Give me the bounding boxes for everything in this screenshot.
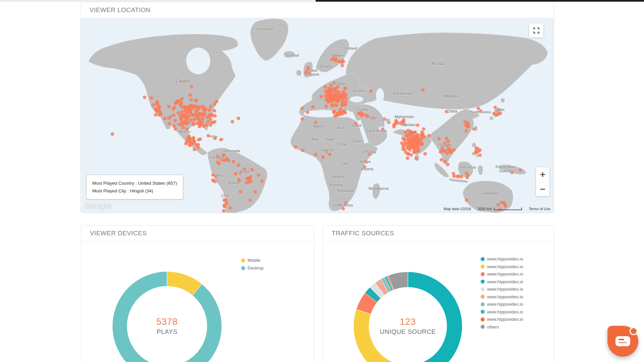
viewer-dot xyxy=(416,133,419,136)
chat-widget-button[interactable] xyxy=(607,326,638,357)
legend-item[interactable]: Mobile xyxy=(241,258,264,263)
viewer-dot xyxy=(477,107,480,110)
viewer-dot xyxy=(444,144,448,147)
viewer-dot xyxy=(361,113,364,116)
chat-notification-badge xyxy=(630,327,638,335)
viewer-dot xyxy=(174,127,177,131)
legend-color-dot xyxy=(481,280,485,284)
viewer-dot xyxy=(422,135,425,139)
viewer-dot xyxy=(497,203,500,206)
viewer-dot xyxy=(179,118,183,121)
viewer-dot xyxy=(364,160,368,163)
viewer-dot xyxy=(227,159,230,162)
world-map[interactable]: GreenlandIcelandFinlandSwedenNorwayRussi… xyxy=(81,18,554,213)
legend-item[interactable]: www.hippovideo.io xyxy=(481,256,523,261)
map-scale-label: 2000 km xyxy=(478,207,492,211)
viewer-dot xyxy=(406,157,409,160)
viewer-dot xyxy=(327,98,330,101)
viewer-dot xyxy=(326,92,329,96)
legend-item[interactable]: www.hippovideo.io xyxy=(481,287,523,292)
viewer-dot xyxy=(311,105,315,109)
viewer-dot xyxy=(173,119,177,122)
viewer-dot xyxy=(415,149,419,153)
viewer-dot xyxy=(222,203,226,207)
viewer-dot xyxy=(190,118,193,122)
chat-bubble-icon xyxy=(615,336,630,346)
viewer-dot xyxy=(503,202,506,206)
viewer-dot xyxy=(163,117,166,120)
viewer-dot xyxy=(249,180,253,183)
viewer-dot xyxy=(185,127,189,131)
viewer-dot xyxy=(257,173,260,177)
legend-item[interactable]: Desktop xyxy=(241,265,264,270)
viewer-dot xyxy=(354,122,358,125)
donut-segment-www-hippovideo-io-1[interactable] xyxy=(354,309,393,362)
legend-color-dot xyxy=(481,295,485,299)
legend-item[interactable]: www.hippovideo.io xyxy=(481,294,523,299)
top-progress-bar xyxy=(0,0,644,2)
legend-item[interactable]: others xyxy=(481,324,523,329)
legend-item[interactable]: www.hippovideo.io xyxy=(481,309,523,314)
viewer-dot xyxy=(193,148,196,151)
viewer-dot xyxy=(314,153,317,156)
legend-item[interactable]: www.hippovideo.io xyxy=(481,264,523,269)
viewer-dot xyxy=(239,171,242,174)
viewer-dot xyxy=(392,125,396,128)
viewer-dot xyxy=(343,86,347,90)
viewer-dot xyxy=(203,108,206,112)
viewer-dot xyxy=(174,102,177,105)
viewer-dot xyxy=(445,110,448,113)
viewer-dot xyxy=(465,129,468,132)
legend-item[interactable]: www.hippovideo.io xyxy=(481,272,523,277)
viewer-dot xyxy=(414,130,417,134)
legend-label: Mobile xyxy=(248,258,260,263)
legend-item[interactable]: www.hippovideo.io xyxy=(481,317,523,322)
most-played-infobox: Most Played Country : United States (657… xyxy=(86,175,183,199)
viewer-dot xyxy=(237,163,240,167)
viewer-devices-header: VIEWER DEVICES xyxy=(81,226,314,241)
viewer-dot xyxy=(452,148,455,152)
zoom-in-button[interactable]: + xyxy=(536,167,549,182)
viewer-dot xyxy=(402,138,406,141)
viewer-dot xyxy=(306,111,309,114)
viewer-dot xyxy=(154,113,157,116)
viewer-dot xyxy=(341,207,345,210)
viewer-location-header: VIEWER LOCATION xyxy=(81,2,554,18)
viewer-dot xyxy=(333,110,336,113)
donut-segment-desktop-1[interactable] xyxy=(112,272,222,362)
fullscreen-button[interactable] xyxy=(529,23,543,38)
google-logo[interactable]: Google xyxy=(85,201,111,210)
viewer-dot xyxy=(343,103,346,106)
viewer-dot xyxy=(211,178,215,182)
legend-item[interactable]: www.hippovideo.io xyxy=(481,302,523,307)
viewer-dot xyxy=(180,110,184,114)
viewer-dot xyxy=(475,151,478,155)
viewer-dot xyxy=(208,108,211,112)
traffic-sources-panel: TRAFFIC SOURCES 123 UNIQUE SOURCE www.hi… xyxy=(323,225,554,362)
viewer-dot xyxy=(510,171,514,174)
viewer-dot xyxy=(222,158,226,162)
legend-color-dot xyxy=(481,325,485,329)
viewer-dot xyxy=(217,156,220,160)
viewer-dot xyxy=(209,123,212,127)
viewer-dot xyxy=(443,160,446,163)
legend-label: www.hippovideo.io xyxy=(487,302,523,307)
map-scale-bar xyxy=(494,207,522,210)
viewer-dot xyxy=(228,206,232,209)
viewer-dot xyxy=(519,168,522,172)
viewer-dot xyxy=(412,144,416,147)
viewer-dot xyxy=(209,105,212,108)
viewer-dot xyxy=(338,113,342,116)
legend-item[interactable]: www.hippovideo.io xyxy=(481,279,523,284)
viewer-dot xyxy=(224,199,227,203)
viewer-dot xyxy=(463,120,467,124)
terms-of-use-link[interactable]: Terms of Use xyxy=(529,207,550,211)
viewer-dot xyxy=(337,60,341,63)
zoom-out-button[interactable]: − xyxy=(536,182,549,196)
viewer-dot xyxy=(245,181,248,184)
viewer-dot xyxy=(188,143,191,147)
viewer-dot xyxy=(440,158,443,161)
legend-label: www.hippovideo.io xyxy=(487,272,523,277)
viewer-dot xyxy=(437,137,441,140)
legend-label: www.hippovideo.io xyxy=(487,279,523,284)
